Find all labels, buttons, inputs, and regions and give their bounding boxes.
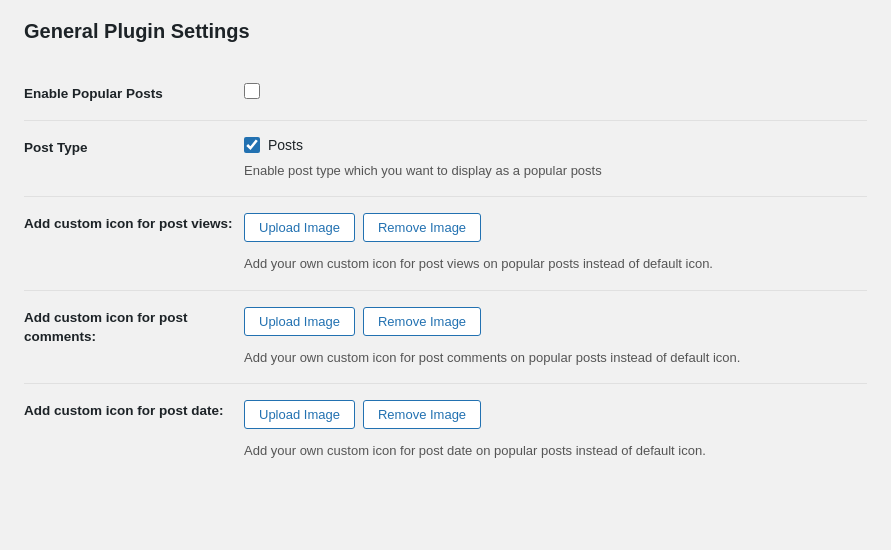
page-title: General Plugin Settings: [24, 20, 867, 43]
row-custom-icon-comments: Add custom icon for post comments: Uploa…: [24, 291, 867, 385]
content-post-type: Posts Enable post type which you want to…: [244, 137, 867, 181]
upload-image-date-button[interactable]: Upload Image: [244, 400, 355, 429]
button-group-date: Upload Image Remove Image: [244, 400, 867, 429]
button-group-comments: Upload Image Remove Image: [244, 307, 867, 336]
views-description: Add your own custom icon for post views …: [244, 254, 867, 274]
settings-container: Enable Popular Posts Post Type Posts Ena…: [24, 67, 867, 477]
posts-checkbox[interactable]: [244, 137, 260, 153]
comments-description: Add your own custom icon for post commen…: [244, 348, 867, 368]
label-enable-popular-posts: Enable Popular Posts: [24, 83, 244, 104]
label-custom-icon-comments: Add custom icon for post comments:: [24, 307, 244, 347]
label-post-type: Post Type: [24, 137, 244, 158]
content-custom-icon-comments: Upload Image Remove Image Add your own c…: [244, 307, 867, 368]
remove-image-comments-button[interactable]: Remove Image: [363, 307, 481, 336]
label-custom-icon-date: Add custom icon for post date:: [24, 400, 244, 421]
button-group-views: Upload Image Remove Image: [244, 213, 867, 242]
row-post-type: Post Type Posts Enable post type which y…: [24, 121, 867, 198]
upload-image-views-button[interactable]: Upload Image: [244, 213, 355, 242]
remove-image-date-button[interactable]: Remove Image: [363, 400, 481, 429]
row-custom-icon-date: Add custom icon for post date: Upload Im…: [24, 384, 867, 477]
checkbox-row-posts: Posts: [244, 137, 867, 153]
content-custom-icon-views: Upload Image Remove Image Add your own c…: [244, 213, 867, 274]
post-type-description: Enable post type which you want to displ…: [244, 161, 867, 181]
remove-image-views-button[interactable]: Remove Image: [363, 213, 481, 242]
label-custom-icon-views: Add custom icon for post views:: [24, 213, 244, 234]
upload-image-comments-button[interactable]: Upload Image: [244, 307, 355, 336]
checkbox-row-enable: [244, 83, 867, 99]
date-description: Add your own custom icon for post date o…: [244, 441, 867, 461]
content-custom-icon-date: Upload Image Remove Image Add your own c…: [244, 400, 867, 461]
content-enable-popular-posts: [244, 83, 867, 99]
row-enable-popular-posts: Enable Popular Posts: [24, 67, 867, 121]
enable-popular-posts-checkbox[interactable]: [244, 83, 260, 99]
row-custom-icon-views: Add custom icon for post views: Upload I…: [24, 197, 867, 291]
posts-checkbox-label: Posts: [268, 137, 303, 153]
